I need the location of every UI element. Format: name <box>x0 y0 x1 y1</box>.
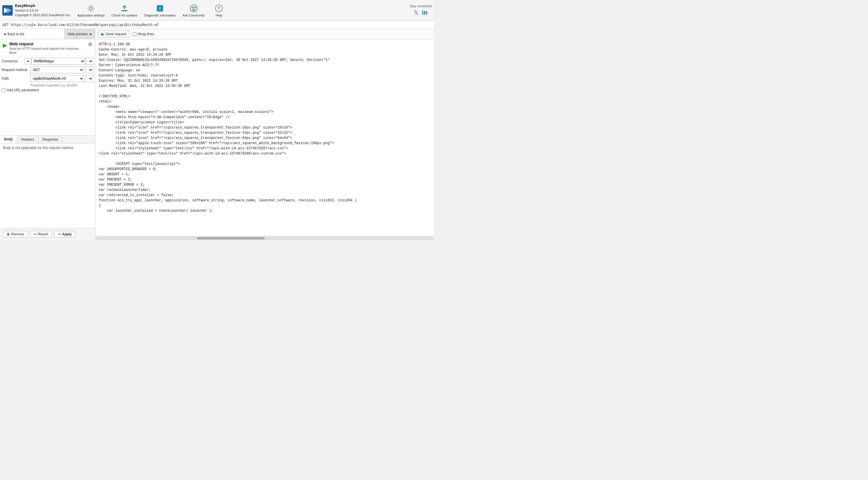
revert-icon: ↩ <box>34 232 37 236</box>
logo-text: EasyMorph Version 5.3.0.14 Copyright © 2… <box>15 3 71 17</box>
svg-line-11 <box>88 10 89 11</box>
linkedin-icon[interactable]: in <box>422 9 428 17</box>
diagnostic-icon: i <box>155 4 164 13</box>
form-area: Connector ▼ RWBirthdays ▼ Request method… <box>0 56 95 136</box>
path-row: Path /apiBirthdayMonth.mf ▼ <box>2 75 93 82</box>
add-url-params-row: Add URL parameters <box>2 88 93 92</box>
svg-text:i: i <box>159 6 160 11</box>
tab-body[interactable]: Body <box>0 136 17 143</box>
svg-line-10 <box>92 6 93 7</box>
main-layout: ◄ Back to list Hide preview ◄ ▶ Web requ… <box>0 29 434 240</box>
diagnostic-button[interactable]: i Diagnostic information <box>141 3 179 18</box>
back-arrow-icon: ◄ <box>3 32 6 36</box>
tabs-bar: Body Headers Response <box>0 136 95 144</box>
toolbar-actions: Application settings Check for updates i… <box>74 3 406 18</box>
connector-row: Connector ▼ RWBirthdays ▼ <box>2 58 93 65</box>
apply-button[interactable]: ✓ Apply <box>54 231 75 238</box>
hide-preview-arrow-icon: ◄ <box>89 32 92 36</box>
svg-line-9 <box>92 10 93 11</box>
remove-icon: 🗑 <box>7 232 10 236</box>
send-request-button[interactable]: ▶ Send request <box>98 31 129 37</box>
scrollbar-thumb[interactable] <box>197 237 265 239</box>
url-bar: GET https://cq1e.barscloud.com:612/dolPa… <box>0 21 434 29</box>
wrap-lines-label[interactable]: Wrap lines <box>133 32 154 36</box>
social-icons: 𝕏 in <box>414 9 428 17</box>
back-to-list-bar: ◄ Back to list Hide preview ◄ <box>0 29 95 39</box>
tab-headers[interactable]: Headers <box>17 136 38 143</box>
help-icon: ? <box>214 4 223 13</box>
request-method-row: Request method GET ▼ <box>2 66 93 73</box>
svg-text:?: ? <box>217 6 220 11</box>
wrap-lines-checkbox[interactable] <box>133 32 136 36</box>
tab-body-content: Body is not applicable for this request … <box>0 144 95 152</box>
settings-icon <box>86 4 96 13</box>
right-panel: ▶ Send request Wrap lines HTTP/1.1 200 O… <box>95 29 434 240</box>
stay-connected: Stay connected 𝕏 in <box>410 4 432 17</box>
hide-preview-button[interactable]: Hide preview ◄ <box>64 29 95 39</box>
add-url-params-label[interactable]: Add URL parameters <box>2 88 39 92</box>
remove-button[interactable]: 🗑 Remove <box>3 231 28 238</box>
bottom-buttons: 🗑 Remove ↩ Revert ✓ Apply <box>0 228 95 240</box>
play-icon: ▶ <box>3 42 7 49</box>
more-link[interactable]: More <box>9 51 17 54</box>
apply-icon: ✓ <box>58 232 61 236</box>
add-url-params-checkbox[interactable] <box>2 88 5 92</box>
check-updates-icon <box>120 4 129 13</box>
web-request-header: ▶ Web request Send an HTTP request and c… <box>0 39 95 56</box>
toolbar: EasyMorph Version 5.3.0.14 Copyright © 2… <box>0 0 434 21</box>
svg-rect-12 <box>122 10 127 11</box>
logo-area: EasyMorph Version 5.3.0.14 Copyright © 2… <box>2 3 71 17</box>
scrollbar-track[interactable] <box>96 237 433 240</box>
check-updates-button[interactable]: Check for updates <box>108 3 140 18</box>
logo-icon <box>2 5 13 16</box>
ask-community-icon <box>189 4 198 13</box>
svg-point-15 <box>190 5 197 12</box>
send-play-icon: ▶ <box>101 32 104 36</box>
path-select[interactable]: /apiBirthdayMonth.mf <box>30 75 84 82</box>
settings-gear-icon[interactable]: ⚙ <box>88 41 92 47</box>
help-button[interactable]: ? Help <box>209 3 229 18</box>
svg-line-8 <box>88 6 89 7</box>
request-method-select[interactable]: GET <box>30 66 84 73</box>
spacer <box>0 152 95 228</box>
send-request-bar: ▶ Send request Wrap lines <box>95 29 434 39</box>
tab-response[interactable]: Response <box>38 136 62 143</box>
left-panel: ◄ Back to list Hide preview ◄ ▶ Web requ… <box>0 29 95 240</box>
svg-point-17 <box>194 7 196 8</box>
connector-extra-select[interactable]: ▼ <box>85 58 93 65</box>
application-settings-button[interactable]: Application settings <box>74 3 107 18</box>
web-request-info: Web request Send an HTTP request and cap… <box>9 41 80 55</box>
ask-community-button[interactable]: Ask Community <box>180 3 208 18</box>
horizontal-scrollbar[interactable] <box>95 236 434 240</box>
twitter-icon[interactable]: 𝕏 <box>414 9 418 17</box>
svg-point-3 <box>90 7 92 10</box>
revert-button[interactable]: ↩ Revert <box>30 231 52 238</box>
back-to-list-button[interactable]: ◄ Back to list <box>0 29 27 39</box>
path-hint: Parameters supported, e.g. /res/{ID} <box>31 84 93 87</box>
path-extra-select[interactable]: ▼ <box>85 75 93 82</box>
request-method-extra-select[interactable]: ▼ <box>85 66 93 73</box>
svg-point-18 <box>192 9 195 11</box>
connector-expand-button[interactable]: ▼ <box>25 58 31 64</box>
response-content: HTTP/1.1 200 OK Cache-Control: max-age=0… <box>95 39 434 236</box>
svg-point-16 <box>192 7 193 8</box>
connector-select[interactable]: RWBirthdays <box>31 58 85 65</box>
